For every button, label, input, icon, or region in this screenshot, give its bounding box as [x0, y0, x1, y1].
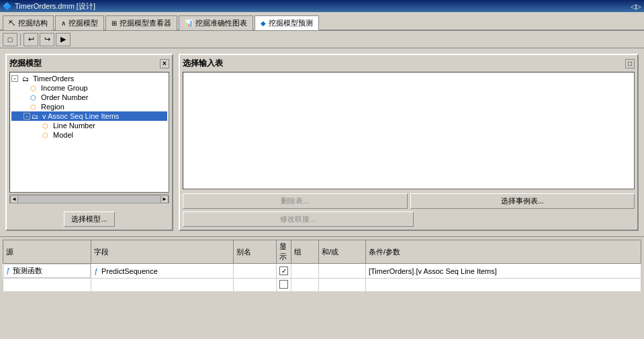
structure-icon: ⛏ [9, 19, 15, 27]
delete-table-button[interactable]: 删除表... [183, 193, 408, 209]
tree-root-label: TimerOrders [33, 75, 74, 83]
tree-item-region[interactable]: ⬡ Region [11, 102, 167, 111]
tab-structure[interactable]: ⛏ 挖掘结构 [3, 15, 54, 30]
scroll-left-btn[interactable]: ◄ [10, 195, 18, 203]
row1-source-cell: ƒ 预测函数 [3, 264, 91, 278]
left-panel-title-text: 挖掘模型 [9, 58, 42, 69]
row2-group [291, 279, 319, 292]
table-row [3, 279, 641, 292]
col-group: 组 [291, 240, 319, 264]
tree-item-root[interactable]: - 🗂 TimerOrders [11, 74, 167, 83]
row2-andor [319, 279, 366, 292]
panels-row: 挖掘模型 × - 🗂 TimerOrders ⬡ Income Group [0, 48, 644, 236]
toolbar-btn-2[interactable]: ↩ [24, 33, 38, 46]
row2-alias [234, 279, 277, 292]
row2-checkbox[interactable] [279, 280, 288, 289]
row2-condition [365, 279, 641, 292]
row1-field-icon: ƒ [94, 268, 98, 275]
tree-item-income[interactable]: ⬡ Income Group [11, 83, 167, 93]
tab-predict[interactable]: ◆ 挖掘模型预测 [255, 15, 319, 30]
title-bar-left: 🔷 TimerOrders.dmm [设计] [3, 1, 95, 11]
tree-item-order[interactable]: ⬡ Order Number [11, 93, 167, 102]
model-field-icon: ⬡ [42, 132, 52, 139]
tab-model-label: 挖掘模型 [68, 18, 98, 28]
col-source: 源 [3, 240, 91, 264]
input-table-area [183, 72, 635, 189]
row1-alias [234, 264, 277, 279]
tab-structure-label: 挖掘结构 [18, 18, 48, 28]
tree-item-model[interactable]: ⬡ Model [11, 130, 167, 140]
toolbar-btn-1[interactable]: □ [3, 33, 17, 46]
row1-source-icon: ƒ [7, 267, 11, 275]
bottom-table: 源 字段 别名 显示 组 和/或 条件/参数 ƒ 预测函数 [3, 240, 641, 292]
modify-join-button[interactable]: 修改联接... [183, 211, 414, 227]
expand-root[interactable]: - [11, 75, 18, 82]
col-field: 字段 [91, 240, 234, 264]
col-condition: 条件/参数 [365, 240, 641, 264]
right-panel: 选择输入表 □ 删除表... 选择事例表... 修改联接... [179, 54, 639, 231]
predict-icon: ◆ [261, 19, 266, 27]
row1-display-cell[interactable] [277, 264, 291, 279]
row1-source-text: 预测函数 [13, 266, 42, 276]
tree-lineno-label: Line Number [53, 122, 95, 130]
row2-display-cell[interactable] [277, 279, 291, 292]
dockpin-icon: ◁▷ [631, 3, 641, 10]
scroll-right-btn[interactable]: ► [160, 195, 169, 203]
tree-income-label: Income Group [41, 84, 88, 92]
right-buttons-row-1: 删除表... 选择事例表... [183, 193, 635, 209]
row1-group [291, 264, 319, 279]
region-field-icon: ⬡ [30, 103, 40, 111]
select-case-table-button[interactable]: 选择事例表... [410, 193, 635, 209]
row1-condition: [TimerOrders].[v Assoc Seq Line Items] [365, 264, 641, 279]
row1-field-text: PredictSequence [101, 267, 158, 275]
select-model-button[interactable]: 选择模型... [64, 211, 114, 227]
toolbar: □ ↩ ↪ ▶ [0, 31, 644, 48]
h-scrollbar[interactable]: ◄ ► [9, 195, 169, 203]
viewer-icon: ⊞ [111, 19, 117, 27]
root-icon: 🗂 [22, 75, 32, 83]
tab-model[interactable]: ∧ 挖掘模型 [55, 15, 104, 30]
col-andor: 和/或 [319, 240, 366, 264]
lineno-icon: ⬡ [42, 122, 52, 130]
tree-region-label: Region [41, 103, 64, 111]
tab-predict-label: 挖掘模型预测 [269, 18, 313, 28]
title-bar: 🔷 TimerOrders.dmm [设计] ◁▷ [0, 0, 644, 12]
income-field-icon: ⬡ [30, 85, 40, 92]
title-bar-text: TimerOrders.dmm [设计] [15, 1, 95, 11]
right-panel-maximize[interactable]: □ [625, 59, 635, 68]
left-panel: 挖掘模型 × - 🗂 TimerOrders ⬡ Income Group [5, 54, 173, 231]
tab-viewer-label: 挖掘模型查看器 [120, 18, 171, 28]
col-display: 显示 [277, 240, 291, 264]
tree-assoc-label: v Assoc Seq Line Items [42, 112, 119, 120]
tab-accuracy-label: 挖掘准确性图表 [195, 18, 247, 28]
tab-bar: ⛏ 挖掘结构 ∧ 挖掘模型 ⊞ 挖掘模型查看器 📊 挖掘准确性图表 ◆ 挖掘模型… [0, 12, 644, 31]
right-panel-title-text: 选择输入表 [183, 58, 223, 69]
h-scrollbar-row: ◄ ► [9, 194, 169, 203]
right-panel-title: 选择输入表 □ [183, 58, 635, 69]
row1-field-cell: ƒ PredictSequence [91, 264, 234, 279]
toolbar-sep [20, 34, 21, 46]
row2-source [3, 279, 91, 292]
row1-andor [319, 264, 366, 279]
main-content: 挖掘模型 × - 🗂 TimerOrders ⬡ Income Group [0, 48, 644, 339]
row2-field [91, 279, 234, 292]
tab-viewer[interactable]: ⊞ 挖掘模型查看器 [105, 15, 177, 30]
tree-model-label: Model [53, 131, 73, 139]
tree-container[interactable]: - 🗂 TimerOrders ⬡ Income Group ⬡ [9, 72, 169, 193]
toolbar-btn-4[interactable]: ▶ [56, 33, 71, 46]
tree-item-lineno[interactable]: ⬡ Line Number [11, 121, 167, 130]
title-bar-controls: ◁▷ [631, 3, 641, 10]
model-icon: ∧ [61, 19, 66, 27]
right-buttons-row-2: 修改联接... [183, 211, 635, 227]
scroll-track [18, 197, 160, 202]
table-row: ƒ 预测函数 ƒ PredictSequence [TimerOrders].[… [3, 264, 641, 279]
assoc-icon: 🗂 [32, 113, 41, 120]
tree-item-assoc[interactable]: - 🗂 v Assoc Seq Line Items [11, 111, 167, 121]
col-alias: 别名 [234, 240, 277, 264]
tab-accuracy[interactable]: 📊 挖掘准确性图表 [179, 15, 253, 30]
toolbar-btn-3[interactable]: ↪ [40, 33, 54, 46]
expand-assoc[interactable]: - [24, 113, 30, 119]
row1-checkbox[interactable] [279, 267, 288, 275]
title-bar-icon: 🔷 [3, 2, 12, 11]
left-panel-close[interactable]: × [160, 59, 169, 68]
